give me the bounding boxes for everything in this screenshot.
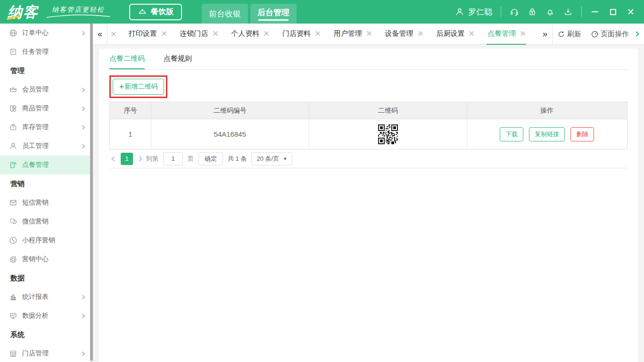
chevron-right-icon bbox=[81, 125, 85, 130]
sidebar-item-goods-manage[interactable]: 商品管理 bbox=[0, 99, 93, 118]
username: 罗仁聪 bbox=[468, 7, 492, 17]
table-row: 1 54A16845 下载 复制链接 删除 bbox=[110, 119, 627, 149]
download-button[interactable]: 下载 bbox=[500, 127, 523, 141]
cell-actions: 下载 复制链接 删除 bbox=[467, 119, 627, 149]
sms-icon bbox=[8, 198, 18, 207]
page-operations-button[interactable]: 页面操作 bbox=[586, 30, 634, 39]
tab-backend-manage[interactable]: 后台管理 bbox=[250, 4, 297, 24]
sidebar-item-member-manage[interactable]: 会员管理 bbox=[0, 80, 93, 99]
current-page-button[interactable]: 1 bbox=[121, 153, 133, 165]
tab-close-icon[interactable] bbox=[213, 31, 218, 36]
app-window: 纳客 纳客管店更轻松 餐饮版 前台收银 后台管理 bbox=[0, 0, 644, 362]
chevron-right-icon bbox=[81, 313, 85, 318]
sidebar-item-ordering-manage[interactable]: 点餐管理 bbox=[0, 156, 93, 174]
goto-suffix-label: 页 bbox=[188, 155, 194, 163]
tab-close-icon[interactable] bbox=[315, 31, 320, 36]
bell-notifications-icon[interactable] bbox=[545, 7, 555, 16]
close-button[interactable] bbox=[626, 7, 636, 16]
page-tab-device-manage[interactable]: 设备管理 bbox=[384, 24, 424, 45]
cell-code: 54A16845 bbox=[151, 119, 309, 149]
prev-page-icon[interactable] bbox=[111, 156, 116, 161]
sidebar-item-store-manage[interactable]: 门店管理 bbox=[0, 344, 93, 362]
page-tab-store-info[interactable]: 门店资料 bbox=[281, 24, 321, 45]
maximize-button[interactable] bbox=[608, 7, 618, 16]
scroll-tabs-left-icon[interactable]: « bbox=[93, 29, 107, 39]
chevron-right-icon bbox=[81, 295, 85, 299]
tab-close-icon[interactable] bbox=[367, 31, 372, 36]
page-tab-ordering-manage[interactable]: 点餐管理 bbox=[487, 24, 526, 45]
qrcode-table: 序号 二维码编号 二维码 操作 1 54A16845 bbox=[109, 102, 627, 149]
page-tab-user-manage[interactable]: 用户管理 bbox=[333, 24, 372, 45]
user-account[interactable]: 罗仁聪 bbox=[455, 7, 492, 17]
total-count-label: 共 1 条 bbox=[228, 155, 247, 163]
scroll-tabs-right-icon[interactable]: » bbox=[538, 29, 552, 39]
tab-close-icon[interactable] bbox=[469, 31, 474, 36]
next-page-icon[interactable] bbox=[137, 156, 142, 161]
tab-ordering-qrcode[interactable]: 点餐二维码 bbox=[109, 49, 145, 69]
download-update-icon[interactable] bbox=[563, 7, 573, 16]
sidebar-item-data-analysis[interactable]: 数据分析 bbox=[0, 306, 93, 325]
column-header-index: 序号 bbox=[110, 102, 151, 119]
slogan-underline-swoosh bbox=[45, 14, 111, 18]
tab-close-icon[interactable] bbox=[162, 31, 166, 36]
main-content: 点餐二维码 点餐规则 + 新增二维码 序号 二维码编号 二维码 bbox=[93, 45, 644, 362]
delete-button[interactable]: 删除 bbox=[570, 127, 594, 141]
highlight-annotation-box: + 新增二维码 bbox=[109, 75, 167, 98]
column-header-actions: 操作 bbox=[467, 102, 627, 119]
page-tab-chain-stores[interactable]: 连锁门店 bbox=[179, 24, 219, 45]
sidebar-item-miniprogram-marketing[interactable]: 小程序营销 bbox=[0, 231, 93, 250]
add-qrcode-button[interactable]: + 新增二维码 bbox=[113, 79, 164, 95]
page-size-select[interactable]: 20 条/页 ▼ bbox=[251, 152, 292, 165]
column-header-code: 二维码编号 bbox=[151, 102, 309, 119]
goto-page-input[interactable] bbox=[163, 152, 183, 165]
user-icon bbox=[455, 7, 464, 16]
page-tab-print-settings[interactable]: 打印设置 bbox=[128, 24, 167, 45]
tab-close-icon[interactable] bbox=[418, 31, 423, 36]
analysis-icon bbox=[8, 311, 18, 321]
tab-front-cashier[interactable]: 前台收银 bbox=[202, 4, 248, 24]
divider bbox=[581, 7, 582, 17]
brand-logo: 纳客 bbox=[8, 5, 39, 19]
goods-icon bbox=[8, 104, 18, 113]
minimize-button[interactable] bbox=[590, 7, 600, 16]
edition-button[interactable]: 餐饮版 bbox=[129, 4, 182, 20]
page-tab-kitchen-settings[interactable]: 后厨设置 bbox=[435, 24, 475, 45]
inner-tabs: 点餐二维码 点餐规则 bbox=[109, 49, 627, 70]
sidebar-menu: 订单中心 任务管理 管理 会员管理 商品管理 bbox=[0, 24, 93, 362]
tab-close-icon[interactable] bbox=[264, 31, 269, 36]
chevron-right-icon bbox=[81, 106, 85, 111]
table-header-row: 序号 二维码编号 二维码 操作 bbox=[110, 102, 627, 119]
refresh-button[interactable]: 刷新 bbox=[553, 30, 586, 39]
chevron-right-icon[interactable] bbox=[634, 31, 639, 36]
sidebar-item-stats-report[interactable]: 统计报表 bbox=[0, 288, 93, 306]
tab-close-icon[interactable] bbox=[520, 31, 525, 36]
sidebar-item-inventory-manage[interactable]: 库存管理 bbox=[0, 118, 93, 137]
ordering-icon bbox=[8, 160, 18, 170]
sidebar-item-order-center[interactable]: 订单中心 bbox=[0, 24, 93, 42]
report-icon bbox=[8, 292, 18, 302]
chevron-right-icon bbox=[81, 87, 85, 92]
mode-switch-tabs: 前台收银 后台管理 bbox=[202, 4, 297, 24]
divider bbox=[107, 24, 107, 45]
chevron-right-icon bbox=[81, 351, 85, 356]
refresh-icon bbox=[557, 30, 565, 38]
sidebar-section-system: 系统 bbox=[0, 325, 93, 344]
sidebar-item-staff-manage[interactable]: 员工管理 bbox=[0, 137, 93, 156]
sidebar-item-sms-marketing[interactable]: 短信营销 bbox=[0, 193, 93, 212]
page-tab-profile[interactable]: 个人资料 bbox=[230, 24, 270, 45]
copy-link-button[interactable]: 复制链接 bbox=[529, 127, 565, 141]
caret-down-icon: ▼ bbox=[283, 156, 287, 161]
cell-index: 1 bbox=[110, 119, 151, 149]
tab-close-icon[interactable] bbox=[111, 32, 116, 36]
sidebar-item-marketing-center[interactable]: 营销中心 bbox=[0, 250, 93, 269]
cloche-icon bbox=[138, 7, 147, 16]
miniprogram-icon bbox=[8, 236, 18, 245]
headset-support-icon[interactable] bbox=[510, 7, 519, 16]
confirm-page-button[interactable]: 确定 bbox=[198, 152, 223, 165]
brand-slogan: 纳客管店更轻松 bbox=[45, 6, 111, 18]
tab-ordering-rules[interactable]: 点餐规则 bbox=[164, 49, 192, 69]
sidebar-item-wechat-marketing[interactable]: 微信营销 bbox=[0, 212, 93, 231]
sidebar-item-task-manage[interactable]: 任务管理 bbox=[0, 42, 93, 61]
lock-icon[interactable] bbox=[528, 7, 537, 16]
chevron-right-icon bbox=[81, 144, 85, 148]
